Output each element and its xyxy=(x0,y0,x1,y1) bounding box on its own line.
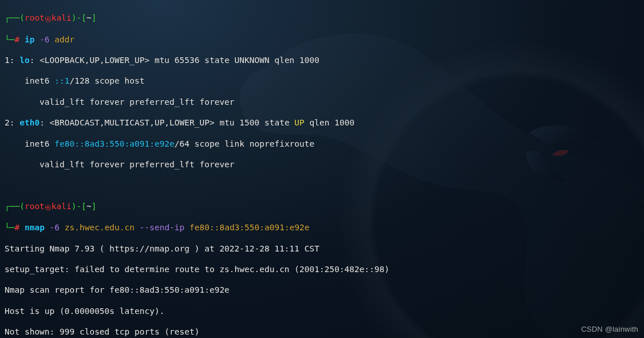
cmd-nmap: nmap xyxy=(25,223,45,232)
watermark: CSDN @lainwith xyxy=(581,324,638,335)
cmd-ip: ip xyxy=(25,35,34,44)
command-line-2: └─# nmap -6 zs.hwec.edu.cn --send-ip fe8… xyxy=(5,222,639,233)
prompt-user: root xyxy=(25,13,45,22)
ip-output: inet6 ::1/128 scope host xyxy=(5,76,639,86)
nmap-output: Host is up (0.0000050s latency). xyxy=(5,306,639,316)
ip-output: 1: lo: <LOOPBACK,UP,LOWER_UP> mtu 65536 … xyxy=(5,55,639,65)
command-line-1: └─# ip -6 addr xyxy=(5,34,639,45)
skull-icon: ㉿ xyxy=(45,14,52,24)
prompt-cwd: ~ xyxy=(86,13,92,22)
ip-output: inet6 fe80::8ad3:550:a091:e92e/64 scope … xyxy=(5,139,639,149)
prompt-line-1: ┌──(root㉿kali)-[~] xyxy=(5,13,639,23)
ip-output: valid_lft forever preferred_lft forever xyxy=(5,159,639,170)
nmap-output: setup_target: failed to determine route … xyxy=(5,264,639,274)
nmap-output: Not shown: 999 closed tcp ports (reset) xyxy=(5,327,639,337)
terminal[interactable]: ┌──(root㉿kali)-[~] └─# ip -6 addr 1: lo:… xyxy=(0,0,644,338)
nmap-output: Nmap scan report for fe80::8ad3:550:a091… xyxy=(5,285,639,295)
prompt-line-2: ┌──(root㉿kali)-[~] xyxy=(5,201,639,212)
skull-icon: ㉿ xyxy=(45,202,52,213)
nmap-output: Starting Nmap 7.93 ( https://nmap.org ) … xyxy=(5,243,639,254)
prompt-host: kali xyxy=(52,13,72,22)
ip-output: valid_lft forever preferred_lft forever xyxy=(5,97,639,107)
blank-line xyxy=(5,180,639,190)
ip-output: 2: eth0: <BROADCAST,MULTICAST,UP,LOWER_U… xyxy=(5,117,639,128)
